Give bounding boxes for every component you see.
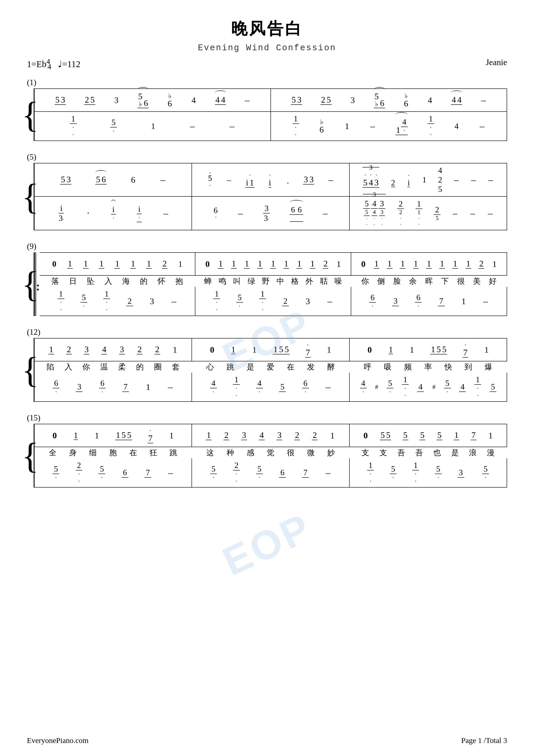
note-44: 4 4 <box>215 95 226 105</box>
measure-15-bot-1: 5 · 2 ·· 5 · <box>35 458 192 487</box>
note-25b: 2 5 <box>320 95 332 105</box>
measure-9-2: 0 1 1 1 1 1 1 1 1 2 1 <box>195 253 351 275</box>
rest-5-bot-3: – <box>238 208 243 218</box>
system-15: { 0 1 1 1 <box>27 424 507 488</box>
measure-5-bot-1: i 3· · i · <box>35 197 192 230</box>
brace-5: { <box>27 163 34 230</box>
chord-14b: 1 ·· <box>427 114 434 138</box>
measure-15-3: 0 5 5 5 5 5 1 7 1 <box>350 424 507 447</box>
note-b6-bot: ♭6 <box>319 119 324 134</box>
lyrics-12-3: 呼 吸 频 率 快 到 爆 <box>350 362 507 373</box>
watermark-2: EOP <box>216 504 318 585</box>
measure-5-bot-3: 3 5 5 ·· 4 4 <box>350 197 507 230</box>
measure-12-2: 0 1 1 1 5 5 <box>192 338 349 361</box>
section-label-12: (12) <box>27 327 507 337</box>
chord-3bot: 3 3· <box>263 203 270 223</box>
rest-bot-4: – <box>480 122 484 131</box>
note-1-bot2: 1 <box>345 122 349 130</box>
measure-12-3: 0 1 1 1 5 5 <box>350 338 507 361</box>
system-body-12: 1 2 3 4 3 2 2 1 <box>35 338 507 402</box>
note-1-m3: 1 <box>422 176 426 184</box>
section-12: (12) { 1 2 3 4 3 2 <box>27 327 507 402</box>
system-5: { 5 3 <box>27 163 507 230</box>
rest-5-2: – <box>227 176 231 184</box>
measure-12-bot-1: 6 · 3 6 · <box>35 373 192 401</box>
main-title-cn: 晚风告白 <box>27 18 507 40</box>
header-row: 1=Eb44 ♩=112 Jeanie <box>27 57 507 71</box>
brace-9: { <box>27 252 34 316</box>
lyrics-9-1: 落 日 坠 入 海 的 怀 抱 <box>40 276 195 287</box>
rest-1: – <box>245 95 250 105</box>
note-i1-5: i 1 <box>245 178 255 188</box>
note-i-bot: i · <box>137 204 142 222</box>
note-56-arc: 5 6 <box>95 175 107 184</box>
system-body-9: 0 1 1 1 1 <box>40 252 507 316</box>
measure-1-1: 5 3 2 5 3 <box>35 89 271 111</box>
footer-right: Page 1 /Total 3 <box>461 736 507 745</box>
voice-row-5-bot: i 3· · i · <box>35 197 507 230</box>
section-15: (15) { 0 1 1 <box>27 413 507 488</box>
note-1-bot: 1 <box>151 122 155 130</box>
measure-12-bot-2: 4 · 1 ·· 4 · <box>192 373 349 401</box>
chord-1b6-2: 1 ·· <box>292 114 299 138</box>
note-4-bot: 4 <box>455 122 459 130</box>
note-25: 2 5 <box>84 95 95 105</box>
measure-1-2: 5 3 2 5 3 <box>271 89 507 111</box>
title-section: 晚风告白 Evening Wind Confession <box>27 18 507 53</box>
music-content: (1) { 5 3 <box>27 78 507 488</box>
rest-bot-1: – <box>190 122 195 131</box>
rest-5-bot-4: – <box>323 208 328 218</box>
note-5dot-5: · 5 · <box>208 171 212 189</box>
key-tempo: 1=Eb44 ♩=112 <box>27 57 80 71</box>
lyrics-9: 落 日 坠 入 海 的 怀 抱 蝉 鸣 叫 <box>40 276 507 287</box>
voice-row-12-top: 1 2 3 4 3 2 2 1 <box>35 338 507 362</box>
note-b6-4: ♭6 <box>168 93 172 108</box>
composer: Jeanie <box>486 57 507 67</box>
measure-9-bot-3: 6 · 3 6 · <box>351 287 507 315</box>
voice-row-1-top: 5 3 2 5 3 <box>35 89 507 112</box>
rest-5-bot-2: – <box>164 208 168 218</box>
system-body-15: 0 1 1 1 5 5 <box>35 424 507 488</box>
main-title-en: Evening Wind Confession <box>27 43 507 53</box>
measure-12-1: 1 2 3 4 3 2 2 1 <box>35 338 192 361</box>
lyrics-15-1: 全 身 细 胞 在 狂 跳 <box>35 447 192 458</box>
voice-row-15-bot: 5 · 2 ·· 5 · <box>35 458 507 488</box>
note-53c: 5 3 <box>60 175 71 184</box>
rest-5-3b: – <box>471 175 476 184</box>
chord-i3: i 3· <box>57 203 65 223</box>
lyrics-12-1: 陷 入 你 温 柔 的 圈 套 <box>35 362 192 373</box>
note-53: 5 3 <box>55 95 66 105</box>
chord-5-1: 5 · <box>110 118 117 135</box>
measure-5-1: 5 3 5 6 6 <box>35 163 192 196</box>
note-3b: 3 <box>350 96 355 104</box>
footer: EveryonePiano.com Page 1 /Total 3 <box>27 736 507 745</box>
brace-15: { <box>27 424 34 488</box>
note-4-1: 4 <box>191 96 196 104</box>
rest-bot-2: – <box>230 122 234 131</box>
note-6-bot-arc: 6 · 6 · <box>290 205 303 222</box>
section-5: (5) { 5 3 <box>27 152 507 230</box>
section-label-5: (5) <box>27 152 507 162</box>
measure-15-1: 0 1 1 1 5 5 <box>35 424 192 447</box>
rest-5-bot-6: – <box>470 208 475 218</box>
measure-15-2: 1 2 3 4 3 2 2 1 <box>192 424 349 447</box>
rest-5-2b: – <box>329 175 333 184</box>
section-label-9: (9) <box>27 242 507 251</box>
rest-5-bot-1: · <box>87 208 89 218</box>
lyrics-15: 全 身 细 胞 在 狂 跳 这 种 感 觉 <box>35 447 507 458</box>
note-5b6: 5♭ 6 <box>138 92 149 108</box>
system-body-5: 5 3 5 6 6 <box>35 163 507 230</box>
voice-row-15-top: 0 1 1 1 5 5 <box>35 424 507 447</box>
note-33: 3 3 <box>303 175 314 184</box>
rest-5-bot-5: – <box>453 208 458 218</box>
measure-5-2: · 5 · – · i 1 <box>192 163 349 196</box>
rest-5-3a: – <box>454 175 459 184</box>
lyrics-9-3: 你 侧 脸 余 晖 下 很 美 好 <box>351 276 507 287</box>
rest-1b: – <box>481 95 486 105</box>
note-3: 3 <box>114 96 119 104</box>
measure-1-bot-1: 1 ·· 5 · 1 – – <box>35 112 271 141</box>
footer-left: EveryonePiano.com <box>27 736 89 745</box>
rest-5-3c: – <box>488 175 493 184</box>
system-9: { 0 <box>27 252 507 316</box>
section-label-1: (1) <box>27 78 507 87</box>
